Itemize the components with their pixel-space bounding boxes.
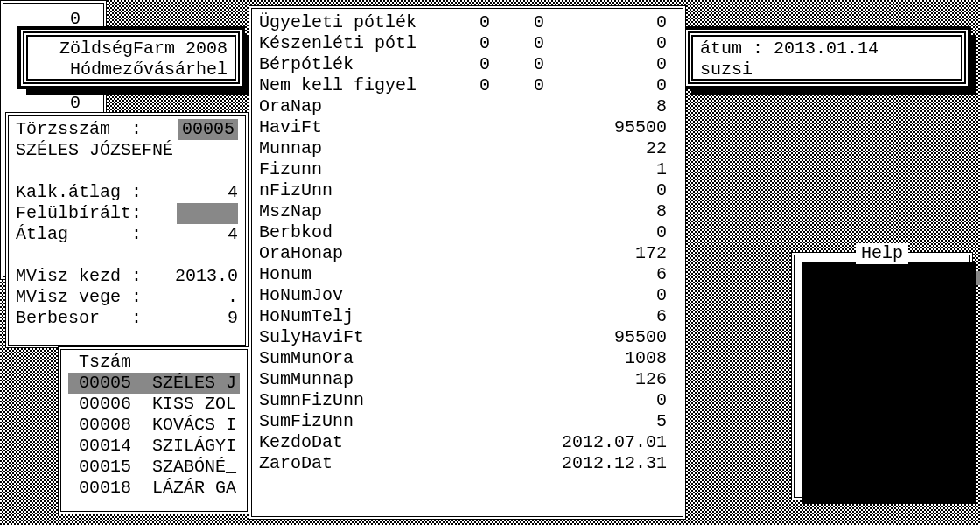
employee-list[interactable]: Tszám 00005 SZÉLES J 00006 KISS ZOL 0000… [58,346,250,514]
center-row: Készenléti pótl000 [259,33,676,54]
help-item[interactable]: K-Keresés [803,373,962,394]
help-blank [803,352,962,373]
center-row: SumFizUnn5 [259,411,676,432]
center-row: HoNumJov0 [259,285,676,306]
help-title: Help [856,243,908,264]
center-row: ZaroDat2012.12.31 [259,453,676,474]
date-label: átum : [700,38,763,60]
felul-value[interactable] [177,203,238,224]
list-header: Tszám [68,352,240,373]
center-row: HoNumTelj6 [259,306,676,327]
center-row: HaviFt95500 [259,117,676,138]
mvk-label: MVisz kezd : [16,266,142,287]
kalk-label: Kalk.átlag : [16,182,142,203]
date-value: 2013.01.14 [774,38,878,60]
center-data-panel: Ügyeleti pótlék000Készenléti pótl000Bérp… [248,5,686,520]
center-row: Bérpótlék000 [259,54,676,75]
center-row: Ügyeleti pótlék000 [259,12,676,33]
center-row: Berbkod0 [259,222,676,243]
torzs-value[interactable]: 00005 [178,119,238,140]
mvv-label: MVisz vege : [16,287,142,308]
header-right: átum : 2013.01.14 suzsi [682,26,971,89]
center-row: SumnFizUnn0 [259,390,676,411]
employee-name: SZÉLES JÓZSEFNÉ [16,140,238,161]
center-row: SumMunOra1008 [259,348,676,369]
list-item[interactable]: 00014 SZILÁGYI [68,436,240,457]
help-panel: Help Vége↑-Fel↓-LeCacl.Adat K-KeresésM-S… [791,252,973,500]
berb-label: Berbesor : [16,308,142,329]
center-row: KezdoDat2012.07.01 [259,432,676,453]
mvk-value: 2013.0 [175,266,238,287]
employee-panel: Törzsszám : 00005 SZÉLES JÓZSEFNÉ Kalk.á… [5,112,248,348]
help-item[interactable]: ↓-Le [803,310,962,331]
app-title-1: ZöldségFarm 2008 [35,38,228,60]
torzs-label: Törzsszám : [16,119,142,140]
help-item[interactable]: D-törlés [803,457,962,478]
center-row: Honum6 [259,264,676,285]
center-row: Munnap22 [259,138,676,159]
help-item[interactable]: ↑-Fel [803,289,962,310]
kalk-value: 4 [228,182,238,203]
list-item[interactable]: 00008 KOVÁCS I [68,415,240,436]
help-item[interactable]: Vége [803,268,962,289]
center-row: Fizunn1 [259,159,676,180]
list-item[interactable]: 00015 SZABÓNÉ_ [68,457,240,478]
list-item[interactable]: 00006 KISS ZOL [68,394,240,415]
berb-value: 9 [228,308,238,329]
center-row: Nem kell figyel000 [259,75,676,96]
help-item[interactable]: M-Szürés [803,394,962,415]
help-item[interactable]: Ujat ad [803,415,962,436]
list-item[interactable]: 00018 LÁZÁR GA [68,478,240,499]
mvv-value: . [228,287,238,308]
felul-label: Felülbírált: [16,203,142,224]
atlag-label: Átlag : [16,224,142,245]
help-item[interactable]: Cacl.Adat [803,331,962,352]
center-row: OraHonap172 [259,243,676,264]
user-name: suzsi [700,60,954,80]
header-left: ZöldségFarm 2008 Hódmezővásárhel [18,26,245,89]
help-item[interactable]: Javítás [803,436,962,457]
right-value: 0 [70,93,80,114]
center-row: OraNap8 [259,96,676,117]
center-row: nFizUnn0 [259,180,676,201]
app-title-2: Hódmezővásárhel [35,60,228,80]
list-item[interactable]: 00005 SZÉLES J [68,373,240,394]
center-row: MszNap8 [259,201,676,222]
center-row: SulyHaviFt95500 [259,327,676,348]
atlag-value: 4 [228,224,238,245]
center-row: SumMunnap126 [259,369,676,390]
